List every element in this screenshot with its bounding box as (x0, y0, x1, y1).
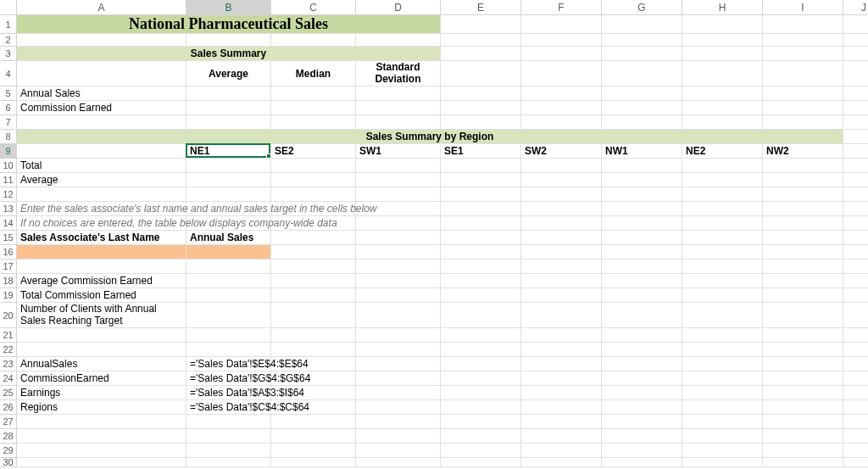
cell-F11[interactable] (521, 173, 602, 187)
cell-C15[interactable] (271, 231, 356, 245)
row-header-24[interactable]: 24 (0, 371, 17, 386)
row-header-17[interactable]: 17 (0, 260, 17, 274)
cell-named-range-2-name[interactable]: CommissionEarned (17, 371, 186, 386)
cell-B19[interactable] (186, 288, 271, 303)
cell-H22[interactable] (682, 343, 763, 357)
cell-D17[interactable] (356, 260, 441, 274)
cell-C6[interactable] (271, 101, 356, 115)
cell-G6[interactable] (602, 101, 682, 115)
cell-J15[interactable] (843, 231, 868, 245)
cell-B17[interactable] (186, 260, 271, 274)
cell-J21[interactable] (843, 328, 868, 343)
cell-I7[interactable] (763, 115, 843, 130)
cell-G1[interactable] (602, 15, 682, 34)
cell-F27[interactable] (521, 415, 602, 429)
cell-B6[interactable] (186, 101, 271, 115)
col-header-G[interactable]: G (602, 0, 682, 15)
cell-commission-earned-label[interactable]: Commission Earned (17, 101, 186, 115)
cell-C10[interactable] (271, 159, 356, 173)
cell-D5[interactable] (356, 87, 441, 101)
row-header-4[interactable]: 4 (0, 61, 17, 87)
cell-E16[interactable] (441, 245, 521, 260)
cell-F4[interactable] (521, 61, 602, 87)
cell-region-H9[interactable]: NE2 (682, 144, 763, 159)
cell-G28[interactable] (602, 429, 682, 444)
cell-J14[interactable] (843, 216, 868, 231)
cell-F19[interactable] (521, 288, 602, 303)
cell-J19[interactable] (843, 288, 868, 303)
cell-F24[interactable] (521, 371, 602, 386)
cell-A30[interactable] (17, 458, 186, 467)
cell-D15[interactable] (356, 231, 441, 245)
cell-C19[interactable] (271, 288, 356, 303)
cell-associate-input[interactable] (17, 245, 186, 260)
cell-H20[interactable] (682, 303, 763, 328)
cell-C30[interactable] (271, 458, 356, 467)
cell-H7[interactable] (682, 115, 763, 130)
cell-I26[interactable] (763, 400, 843, 415)
cell-I11[interactable] (763, 173, 843, 187)
cell-E27[interactable] (441, 415, 521, 429)
cell-C20[interactable] (271, 303, 356, 328)
cell-E17[interactable] (441, 260, 521, 274)
cell-F15[interactable] (521, 231, 602, 245)
cell-I13[interactable] (763, 202, 843, 216)
cell-E30[interactable] (441, 458, 521, 467)
cell-B18[interactable] (186, 274, 271, 288)
cell-J26[interactable] (843, 400, 868, 415)
cell-H18[interactable] (682, 274, 763, 288)
cell-B11[interactable] (186, 173, 271, 187)
cell-E25[interactable] (441, 386, 521, 400)
cell-I20[interactable] (763, 303, 843, 328)
cell-J20[interactable] (843, 303, 868, 328)
cell-G19[interactable] (602, 288, 682, 303)
cell-G25[interactable] (602, 386, 682, 400)
cell-I24[interactable] (763, 371, 843, 386)
cell-named-range-1-name[interactable]: AnnualSales (17, 357, 186, 371)
col-header-B[interactable]: B (186, 0, 271, 15)
cell-J1[interactable] (843, 15, 868, 34)
cell-D29[interactable] (356, 444, 441, 458)
cell-G18[interactable] (602, 274, 682, 288)
cell-D11[interactable] (356, 173, 441, 187)
cell-annual-sales-input[interactable] (186, 245, 271, 260)
cell-I17[interactable] (763, 260, 843, 274)
cell-I15[interactable] (763, 231, 843, 245)
cell-I18[interactable] (763, 274, 843, 288)
cell-D25[interactable] (356, 386, 441, 400)
row-header-27[interactable]: 27 (0, 415, 17, 429)
cell-F7[interactable] (521, 115, 602, 130)
cell-H15[interactable] (682, 231, 763, 245)
cell-I25[interactable] (763, 386, 843, 400)
cell-D7[interactable] (356, 115, 441, 130)
cell-header-median[interactable]: Median (271, 61, 356, 87)
row-header-12[interactable]: 12 (0, 187, 17, 202)
cell-note-1[interactable]: Enter the sales associate's last name an… (17, 202, 186, 216)
cell-F16[interactable] (521, 245, 602, 260)
cell-D6[interactable] (356, 101, 441, 115)
cell-J11[interactable] (843, 173, 868, 187)
row-header-9[interactable]: 9 (0, 144, 17, 159)
cell-named-range-1-formula[interactable]: ='Sales Data'!$E$4:$E$64 (186, 357, 271, 371)
cell-sales-summary-header[interactable]: Sales Summary (17, 47, 441, 61)
cell-named-range-3-name[interactable]: Earnings (17, 386, 186, 400)
cell-E2[interactable] (441, 34, 521, 47)
cell-J16[interactable] (843, 245, 868, 260)
cell-G11[interactable] (602, 173, 682, 187)
cell-J27[interactable] (843, 415, 868, 429)
cell-B29[interactable] (186, 444, 271, 458)
cell-H29[interactable] (682, 444, 763, 458)
cell-H13[interactable] (682, 202, 763, 216)
cell-A2[interactable] (17, 34, 186, 47)
cell-H17[interactable] (682, 260, 763, 274)
cell-E4[interactable] (441, 61, 521, 87)
cell-B7[interactable] (186, 115, 271, 130)
cell-named-range-4-formula[interactable]: ='Sales Data'!$C$4:$C$64 (186, 400, 271, 415)
cell-H24[interactable] (682, 371, 763, 386)
cell-J5[interactable] (843, 87, 868, 101)
cell-I12[interactable] (763, 187, 843, 202)
cell-A17[interactable] (17, 260, 186, 274)
cell-region-F9[interactable]: SW2 (521, 144, 602, 159)
cell-H21[interactable] (682, 328, 763, 343)
col-header-F[interactable]: F (521, 0, 602, 15)
